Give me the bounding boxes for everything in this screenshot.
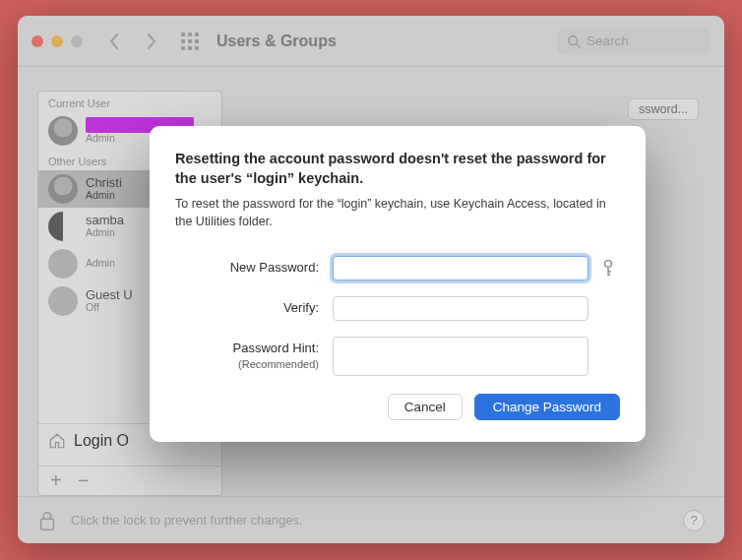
verify-label: Verify: — [175, 296, 333, 317]
hint-row: Password Hint: (Recommended) — [175, 337, 620, 376]
reset-password-dialog: Resetting the account password doesn't r… — [150, 126, 646, 442]
new-password-row: New Password: — [175, 256, 620, 280]
change-password-button[interactable]: Change Password — [474, 394, 620, 420]
cancel-button[interactable]: Cancel — [388, 394, 463, 420]
verify-row: Verify: — [175, 296, 620, 321]
hint-label: Password Hint: (Recommended) — [175, 337, 333, 371]
dialog-title: Resetting the account password doesn't r… — [175, 150, 620, 188]
new-password-label: New Password: — [175, 256, 333, 277]
verify-password-input[interactable] — [333, 296, 588, 321]
dialog-subtitle: To reset the password for the “login” ke… — [175, 196, 620, 230]
new-password-input[interactable] — [333, 256, 588, 280]
password-hint-input[interactable] — [333, 337, 588, 376]
users-groups-window: Users & Groups Search Current User Admin… — [18, 16, 724, 543]
dialog-buttons: Cancel Change Password — [175, 394, 620, 420]
password-assistant-icon[interactable] — [600, 256, 616, 280]
svg-point-3 — [605, 261, 612, 268]
